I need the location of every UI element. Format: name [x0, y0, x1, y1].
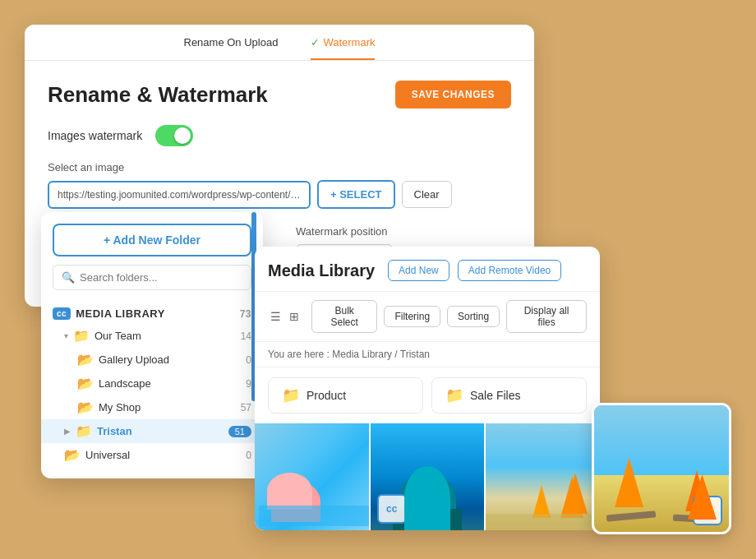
image-url-input[interactable]	[48, 181, 311, 209]
search-box: 🔍	[53, 265, 251, 290]
media-lib-icon: cc	[53, 307, 71, 320]
media-title: Media Library	[268, 261, 375, 280]
folder-icon: 📂	[77, 352, 94, 367]
view-icons: ☰ ⊞	[268, 307, 302, 326]
folder-icon: 📁	[76, 423, 92, 439]
sorting-button[interactable]: Sorting	[447, 306, 500, 327]
add-folder-button[interactable]: + Add New Folder	[53, 224, 251, 256]
add-remote-video-button[interactable]: Add Remote Video	[458, 260, 562, 281]
grid-view-icon[interactable]: ⊞	[287, 307, 302, 326]
beach-card: cc	[592, 403, 731, 534]
folder-count: 57	[241, 402, 251, 413]
folder-name: Gallery Upload	[99, 353, 241, 366]
folder-gallery-upload[interactable]: 📂 Gallery Upload 0	[41, 348, 263, 372]
folder-landscape[interactable]: 📂 Landscape 9	[41, 372, 263, 395]
search-icon: 🔍	[62, 271, 75, 284]
folders-row: 📁 Product 📁 Sale Files	[255, 367, 600, 423]
folder-universal[interactable]: 📂 Universal 0	[41, 443, 263, 467]
clear-button[interactable]: Clear	[402, 181, 452, 208]
sidebar-panel: + Add New Folder 🔍 cc MEDIA LIBRARY 73 ▾…	[41, 212, 263, 478]
filtering-button[interactable]: Filtering	[384, 306, 440, 327]
image-thumb-girl[interactable]: cc	[371, 423, 485, 530]
folder-name: Landscape	[99, 377, 241, 390]
product-folder-icon: 📁	[282, 386, 300, 404]
list-view-icon[interactable]: ☰	[268, 307, 284, 326]
images-row: cc	[255, 423, 600, 530]
display-all-files-button[interactable]: Display all files	[506, 300, 587, 333]
tab-watermark[interactable]: ✓Watermark	[311, 36, 375, 60]
folder-icon: 📁	[73, 328, 90, 344]
watermark-label: Images watermark	[48, 129, 142, 142]
folder-my-shop[interactable]: 📂 My Shop 57	[41, 395, 263, 419]
image-select-row: + SELECT Clear	[48, 180, 511, 209]
add-new-button[interactable]: Add New	[388, 260, 449, 281]
folder-count-badge: 51	[228, 426, 251, 437]
save-button[interactable]: SAVE CHANGES	[395, 81, 511, 109]
folder-count: 0	[246, 354, 251, 366]
folder-card-sale-files[interactable]: 📁 Sale Files	[431, 377, 587, 413]
chevron-icon: ▶	[64, 427, 71, 436]
media-header: Media Library Add New Add Remote Video	[255, 247, 600, 292]
folder-name: Universal	[85, 449, 241, 461]
folder-count: 73	[240, 308, 251, 320]
folder-name: My Shop	[99, 401, 236, 413]
position-label: Watermark position	[296, 225, 511, 238]
folder-our-team[interactable]: ▾ 📁 Our Team 14	[41, 324, 263, 348]
folder-count: 14	[241, 330, 251, 342]
breadcrumb: You are here : Media Library / Tristan	[255, 342, 600, 367]
folder-tristan[interactable]: ▶ 📁 Tristan 51	[41, 419, 263, 443]
chevron-icon: ▾	[64, 331, 68, 340]
panel-header: Rename & Watermark SAVE CHANGES	[48, 81, 511, 109]
sale-files-folder-icon: 📁	[445, 386, 463, 404]
bulk-select-button[interactable]: Bulk Select	[311, 300, 377, 333]
watermark-toggle-row: Images watermark	[48, 125, 511, 146]
search-input[interactable]	[80, 271, 242, 284]
watermark-toggle[interactable]	[155, 125, 193, 146]
folder-tree: cc MEDIA LIBRARY 73 ▾ 📁 Our Team 14 📂 Ga…	[41, 298, 263, 478]
folder-name: Tristan	[97, 425, 224, 437]
tabs-bar: Rename On Upload ✓Watermark	[25, 25, 534, 61]
check-icon: ✓	[311, 36, 320, 49]
select-image-label: Select an image	[48, 161, 511, 173]
sale-files-folder-name: Sale Files	[470, 389, 520, 402]
toggle-slider	[155, 125, 193, 146]
media-panel: Media Library Add New Add Remote Video ☰…	[255, 247, 600, 530]
folder-name: MEDIA LIBRARY	[76, 307, 235, 320]
product-folder-name: Product	[307, 389, 346, 402]
folder-count: 9	[246, 378, 251, 390]
folder-media-library[interactable]: cc MEDIA LIBRARY 73	[41, 303, 263, 324]
joomla-logo: cc	[377, 494, 407, 524]
folder-name: Our Team	[94, 330, 236, 342]
folder-icon: 📂	[64, 447, 81, 463]
image-thumb-pool[interactable]	[255, 423, 369, 530]
select-button[interactable]: + SELECT	[317, 180, 395, 209]
folder-icon: 📂	[77, 376, 94, 391]
folder-count: 0	[246, 450, 251, 461]
joomla-logo-small: cc	[693, 496, 722, 525]
image-thumb-beach[interactable]	[486, 423, 600, 530]
page-title: Rename & Watermark	[48, 82, 268, 108]
folder-card-product[interactable]: 📁 Product	[268, 377, 423, 413]
tab-rename[interactable]: Rename On Upload	[184, 36, 279, 60]
folder-icon: 📂	[77, 400, 94, 415]
media-toolbar: ☰ ⊞ Bulk Select Filtering Sorting Displa…	[255, 292, 600, 342]
